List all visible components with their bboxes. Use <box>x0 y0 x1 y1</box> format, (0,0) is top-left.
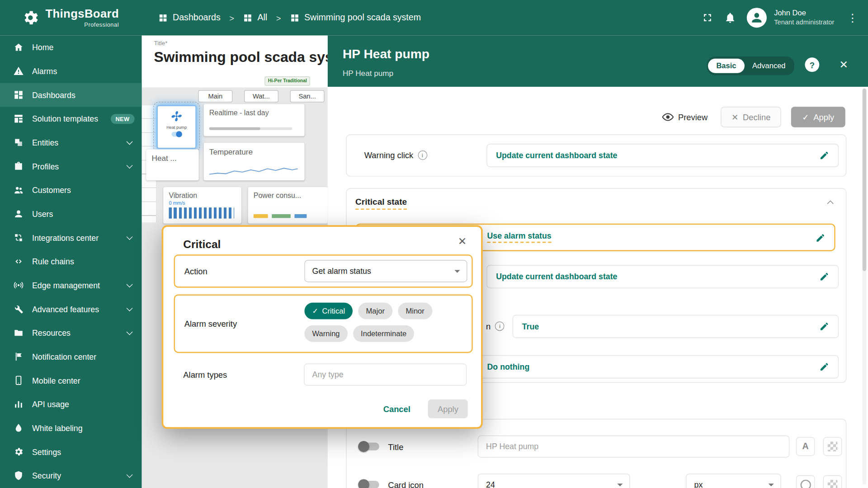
chevron-down-icon <box>127 328 133 335</box>
severity-chip-warning[interactable]: Warning <box>304 325 347 342</box>
notifications-button[interactable] <box>724 12 736 24</box>
state-tab-san[interactable]: San... <box>290 90 325 103</box>
apply-button[interactable]: ✓Apply <box>791 107 845 127</box>
widget-heat[interactable]: Heat ... <box>146 150 198 181</box>
sidebar-item-api-usage[interactable]: API usage <box>0 392 142 416</box>
title-toggle[interactable] <box>359 443 379 450</box>
widget-vibration[interactable]: Vibration 0 mm/s <box>163 187 241 224</box>
advanced-features-icon <box>13 304 24 314</box>
advanced-mode-button[interactable]: Advanced <box>745 59 793 73</box>
do-nothing-value-box[interactable]: Do nothing <box>478 355 839 378</box>
chip-label: Warning <box>312 329 340 338</box>
widget-temperature[interactable]: Temperature <box>204 143 305 180</box>
use-alarm-status-value[interactable]: Use alarm status <box>487 231 552 243</box>
dashboard-title-input[interactable]: Swimming pool scada system <box>154 49 327 66</box>
modal-apply-button[interactable]: Apply <box>428 399 468 418</box>
title-input[interactable] <box>478 436 789 458</box>
logo-subtitle: Professional <box>45 21 119 28</box>
severity-chip-minor[interactable]: Minor <box>398 303 432 319</box>
state-tab-main[interactable]: Main <box>198 90 232 103</box>
info-icon[interactable]: i <box>418 150 427 160</box>
icon-color-button[interactable] <box>823 475 842 488</box>
sidebar-item-settings[interactable]: Settings <box>0 440 142 464</box>
sidebar-item-notification-center[interactable]: Notification center <box>0 345 142 369</box>
sidebar-item-solution-templates[interactable]: Solution templatesNEW <box>0 107 142 131</box>
caret-down-icon <box>454 270 460 272</box>
state-tab-wat[interactable]: Wat... <box>244 90 278 103</box>
sidebar-item-entities[interactable]: Entities <box>0 131 142 155</box>
font-settings-button[interactable]: A <box>796 437 815 456</box>
preview-button[interactable]: Preview <box>659 111 711 123</box>
chip-label: Minor <box>406 307 424 315</box>
basic-mode-button[interactable]: Basic <box>708 59 745 73</box>
breadcrumb-item-swimming-pool-scada-system[interactable]: Swimming pool scada system <box>290 13 421 23</box>
icon-unit-select[interactable]: px <box>686 474 781 488</box>
widget-power[interactable]: Power consu... <box>248 187 328 224</box>
action-row-highlight: Action Get alarm status <box>174 254 472 287</box>
sidebar-item-label: Resources <box>32 328 71 338</box>
title-color-button[interactable] <box>823 437 842 456</box>
decline-label: Decline <box>743 113 770 122</box>
modal-close-button[interactable]: ✕ <box>454 236 470 248</box>
sidebar-item-home[interactable]: Home <box>0 35 142 59</box>
edit-button[interactable] <box>818 271 830 283</box>
breadcrumb-item-all[interactable]: All <box>243 13 268 23</box>
widget-realtime[interactable]: Realtime - last day <box>204 104 305 136</box>
check-icon: ✓ <box>312 307 318 315</box>
fullscreen-button[interactable] <box>702 12 714 24</box>
sidebar-item-customers[interactable]: Customers <box>0 178 142 202</box>
person-icon <box>750 10 764 25</box>
dashboard-title-card: Title* Swimming pool scada system Hi-Per… <box>142 35 327 87</box>
dashboard-state-value-box[interactable]: Update current dashboard state <box>486 265 839 288</box>
thingsboard-logo[interactable]: ThingsBoard Professional <box>21 8 139 28</box>
edit-button[interactable] <box>818 320 830 333</box>
card-icon-toggle[interactable] <box>359 481 379 488</box>
kebab-menu-icon[interactable]: ⋮ <box>845 11 860 24</box>
warning-click-value-box[interactable]: Update current dashboard state <box>486 144 839 167</box>
info-icon[interactable]: i <box>495 321 505 331</box>
severity-chip-major[interactable]: Major <box>358 303 392 319</box>
sidebar-item-dashboards[interactable]: Dashboards <box>0 83 142 107</box>
close-panel-button[interactable]: ✕ <box>836 59 851 70</box>
top-header: ThingsBoard Professional Dashboards>All>… <box>0 0 868 35</box>
sidebar-item-profiles[interactable]: Profiles <box>0 155 142 178</box>
edit-button[interactable] <box>818 150 830 162</box>
sidebar-item-white-labeling[interactable]: White labeling <box>0 416 142 440</box>
mini-toggle[interactable] <box>172 131 182 136</box>
sidebar-item-integrations-center[interactable]: Integrations center <box>0 226 142 250</box>
warning-click-label: Warning clicki <box>364 150 427 160</box>
decline-button[interactable]: ✕Decline <box>721 107 781 127</box>
severity-chip-indeterminate[interactable]: Indeterminate <box>353 325 414 342</box>
sidebar-item-rule-chains[interactable]: Rule chains <box>0 249 142 273</box>
sidebar-item-edge-management[interactable]: Edge management <box>0 273 142 297</box>
modal-actions: Cancel Apply <box>380 399 467 418</box>
sidebar-item-alarms[interactable]: Alarms <box>0 59 142 83</box>
sidebar-item-advanced-features[interactable]: Advanced features <box>0 297 142 321</box>
pencil-icon <box>816 233 826 243</box>
widget-heat-pump[interactable]: Heat pump <box>157 105 197 149</box>
sidebar-item-label: White labeling <box>32 423 83 432</box>
alarm-types-input[interactable] <box>304 363 467 385</box>
avatar[interactable] <box>747 8 767 28</box>
user-name: John Doe <box>774 9 834 18</box>
severity-chip-critical[interactable]: ✓Critical <box>304 303 353 319</box>
edit-button[interactable] <box>814 232 826 244</box>
true-value-box[interactable]: True <box>513 315 839 338</box>
help-button[interactable]: ? <box>805 57 819 72</box>
sidebar-item-resources[interactable]: Resources <box>0 321 142 345</box>
card-icon-row-label: Card icon <box>388 479 424 488</box>
sidebar-item-users[interactable]: Users <box>0 202 142 226</box>
sidebar-item-security[interactable]: Security <box>0 464 142 488</box>
sidebar-item-mobile-center[interactable]: Mobile center <box>0 369 142 393</box>
user-info[interactable]: John Doe Tenant administrator <box>774 9 834 27</box>
collapse-button[interactable] <box>825 199 835 208</box>
action-select[interactable]: Get alarm status <box>304 260 467 282</box>
edit-button[interactable] <box>818 361 830 373</box>
breadcrumb-item-dashboards[interactable]: Dashboards <box>158 13 220 23</box>
cancel-button[interactable]: Cancel <box>380 404 414 414</box>
dashboards-icon <box>13 89 24 100</box>
icon-size-select[interactable]: 24 <box>478 474 630 488</box>
icon-picker-button[interactable] <box>796 475 815 488</box>
scrollbar-thumb[interactable] <box>863 89 867 271</box>
users-icon <box>13 209 24 219</box>
